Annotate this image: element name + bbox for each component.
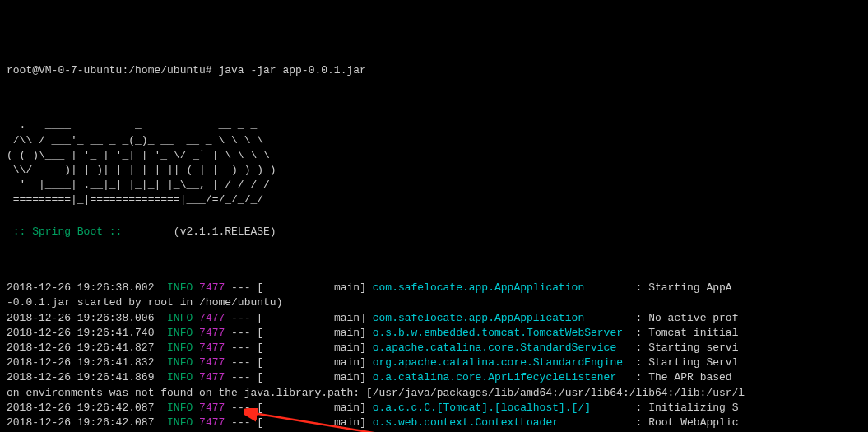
spring-ascii-art: . ____ _ __ _ _ /\\ / ___'_ __ _ _(_)_ _…	[7, 118, 861, 207]
log-line: 2018-12-26 19:26:42.087 INFO 7477 --- [ …	[7, 416, 861, 430]
log-line: 2018-12-26 19:26:41.740 INFO 7477 --- [ …	[7, 326, 861, 341]
log-line: 2018-12-26 19:26:41.832 INFO 7477 --- [ …	[7, 355, 861, 370]
spring-boot-label: :: Spring Boot ::	[7, 225, 128, 238]
spring-boot-banner: :: Spring Boot :: (v2.1.1.RELEASE)	[7, 225, 861, 239]
log-line: 2018-12-26 19:26:38.002 INFO 7477 --- [ …	[7, 281, 861, 295]
log-line: 2018-12-26 19:26:38.006 INFO 7477 --- [ …	[7, 311, 861, 326]
log-output: 2018-12-26 19:26:38.002 INFO 7477 --- [ …	[7, 281, 861, 432]
log-line: 2018-12-26 19:26:41.827 INFO 7477 --- [ …	[7, 341, 861, 355]
spring-boot-version: (v2.1.1.RELEASE)	[128, 225, 276, 238]
shell-prompt: root@VM-0-7-ubuntu:/home/ubuntu# java -j…	[7, 63, 861, 78]
log-line: on environments was not found on the jav…	[7, 386, 861, 401]
log-line: 2018-12-26 19:26:42.087 INFO 7477 --- [ …	[7, 401, 861, 416]
log-line: -0.0.1.jar started by root in /home/ubun…	[7, 295, 861, 310]
log-line: 2018-12-26 19:26:41.869 INFO 7477 --- [ …	[7, 370, 861, 385]
